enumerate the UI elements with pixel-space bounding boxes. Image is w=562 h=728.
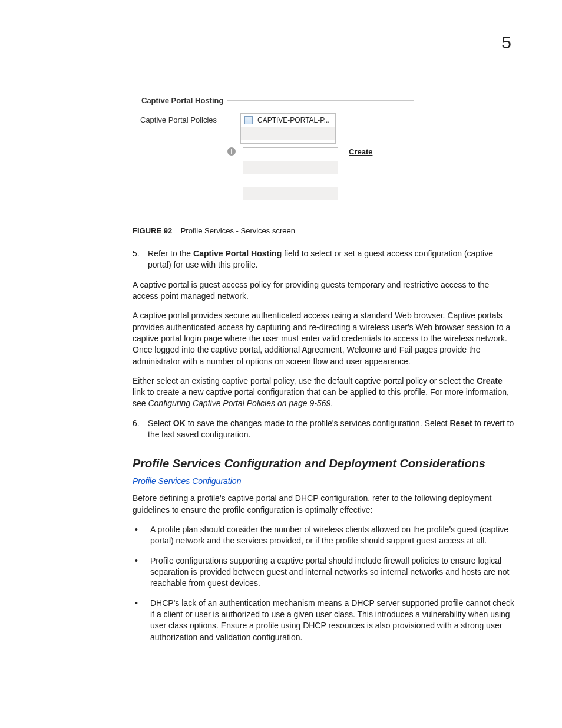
step-text: Refer to the Captive Portal Hosting fiel… — [148, 248, 515, 271]
captive-portal-policies-list[interactable]: CAPTIVE-PORTAL-P... — [240, 113, 336, 144]
profile-services-configuration-link[interactable]: Profile Services Configuration — [133, 476, 515, 486]
figure-screenshot: Captive Portal Hosting Captive Portal Po… — [133, 83, 515, 218]
fieldset-legend: Captive Portal Hosting — [140, 96, 227, 105]
list-item[interactable] — [241, 127, 335, 140]
list-item[interactable] — [243, 148, 338, 161]
bullet-item: • Profile configurations supporting a ca… — [133, 555, 515, 589]
bold-text: Reset — [449, 419, 472, 428]
content-area: Captive Portal Hosting Captive Portal Po… — [133, 83, 515, 643]
step-5: 5. Refer to the Captive Portal Hosting f… — [133, 248, 515, 271]
bullet-icon: • — [133, 598, 150, 643]
paragraph: A captive portal is guest access policy … — [133, 279, 515, 302]
paragraph: Before defining a profile's captive port… — [133, 493, 515, 516]
step-number: 5. — [133, 248, 148, 271]
list-item[interactable] — [243, 161, 338, 174]
list-item[interactable] — [243, 174, 338, 187]
paragraph: A captive portal provides secure authent… — [133, 310, 515, 367]
step-text: Select OK to save the changes made to th… — [148, 418, 515, 441]
captive-portal-policies-label: Captive Portal Policies — [140, 113, 240, 124]
captive-portal-policies-list-secondary[interactable] — [243, 147, 338, 200]
section-heading: Profile Services Configuration and Deplo… — [133, 457, 515, 470]
figure-caption-text: Profile Services - Services screen — [181, 226, 295, 235]
bullet-text: DHCP's lack of an authentication mechani… — [150, 598, 515, 643]
bullet-item: • DHCP's lack of an authentication mecha… — [133, 598, 515, 643]
bold-text: OK — [173, 419, 186, 428]
paragraph: Either select an existing captive portal… — [133, 375, 515, 410]
document-page: 5 Captive Portal Hosting Captive Portal … — [0, 0, 562, 728]
list-spacer — [241, 140, 335, 143]
figure-number: FIGURE 92 — [133, 226, 172, 235]
bullet-text: A profile plan should consider the numbe… — [150, 524, 515, 547]
step-6: 6. Select OK to save the changes made to… — [133, 418, 515, 441]
list-item-label: CAPTIVE-PORTAL-P... — [257, 116, 330, 124]
bullet-item: • A profile plan should consider the num… — [133, 524, 515, 547]
list-item[interactable]: CAPTIVE-PORTAL-P... — [241, 114, 335, 127]
captive-portal-hosting-group: Captive Portal Hosting Captive Portal Po… — [140, 96, 414, 200]
figure-caption: FIGURE 92 Profile Services - Services sc… — [133, 226, 515, 235]
bold-text: Create — [477, 376, 503, 386]
checkbox-icon[interactable] — [244, 116, 253, 124]
italic-reference: Configuring Captive Portal Policies on p… — [148, 398, 330, 408]
list-item[interactable] — [243, 187, 338, 200]
step-number: 6. — [133, 418, 148, 441]
bullet-icon: • — [133, 555, 150, 589]
bullet-icon: • — [133, 524, 150, 547]
bold-text: Captive Portal Hosting — [193, 249, 282, 258]
create-link[interactable]: Create — [349, 147, 372, 156]
bullet-text: Profile configurations supporting a capt… — [150, 555, 515, 589]
info-icon[interactable]: i — [227, 147, 236, 156]
page-number: 5 — [501, 32, 511, 52]
